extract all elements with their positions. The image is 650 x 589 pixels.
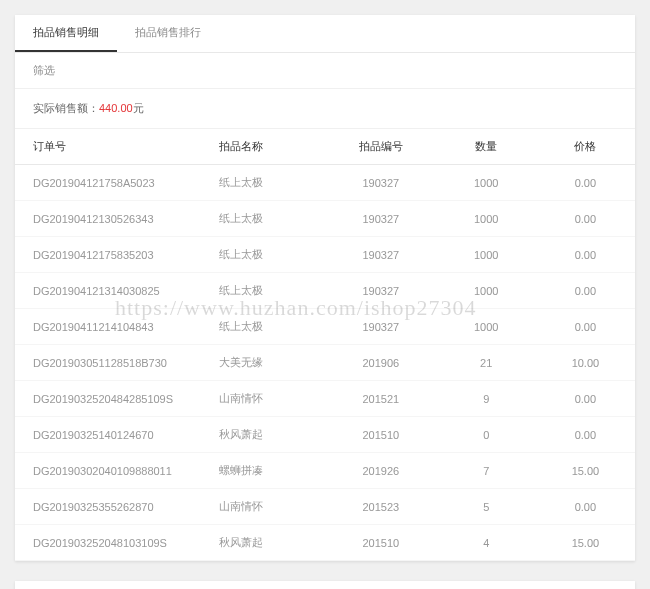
table-cell: DG201904121314030825 (15, 273, 201, 309)
table-cell: 0.00 (536, 309, 635, 345)
table-cell: 201906 (325, 345, 437, 381)
table-cell: 1000 (437, 309, 536, 345)
table-cell: 1000 (437, 237, 536, 273)
table-cell: 山南情怀 (201, 489, 325, 525)
table-cell: 秋风萧起 (201, 525, 325, 561)
table-cell: 1000 (437, 273, 536, 309)
table-cell: 1000 (437, 165, 536, 201)
table-cell: 4 (437, 525, 536, 561)
table-cell: 190327 (325, 309, 437, 345)
table-cell: 纸上太极 (201, 201, 325, 237)
table-cell: 21 (437, 345, 536, 381)
table-cell: 15.00 (536, 453, 635, 489)
table-cell: 螺蛳拼凑 (201, 453, 325, 489)
table-cell: 190327 (325, 273, 437, 309)
table-cell: 纸上太极 (201, 309, 325, 345)
table-cell: 190327 (325, 165, 437, 201)
table-cell: DG20190325355262870 (15, 489, 201, 525)
table-header-row: 订单号 拍品名称 拍品编号 数量 价格 (15, 129, 635, 165)
tab-done[interactable]: 已完成(0) (335, 581, 405, 589)
table-cell: 201510 (325, 525, 437, 561)
sales-table: 订单号 拍品名称 拍品编号 数量 价格 DG201904121758A5023纸… (15, 129, 635, 561)
table-cell: DG201903051128518B730 (15, 345, 201, 381)
col-product-code: 拍品编号 (325, 129, 437, 165)
tab-all-orders[interactable]: 全部订单(34) (30, 581, 118, 589)
table-row: DG2019032520484285109S山南情怀20152190.00 (15, 381, 635, 417)
table-cell: 0.00 (536, 417, 635, 453)
table-row: DG20190302040109888011螺蛳拼凑201926715.00 (15, 453, 635, 489)
table-row: DG201903051128518B730大美无缘2019062110.00 (15, 345, 635, 381)
total-row: 实际销售额：440.00元 (15, 89, 635, 129)
total-label: 实际销售额： (33, 102, 99, 114)
table-cell: 0.00 (536, 273, 635, 309)
table-cell: 1000 (437, 201, 536, 237)
table-cell: 15.00 (536, 525, 635, 561)
table-cell: 201510 (325, 417, 437, 453)
orders-panel: 全部订单(34) 待付款(0) 待发货(34) 待收货(0) 已完成(0) 筛选… (15, 581, 635, 589)
tab-sales-rank[interactable]: 拍品销售排行 (117, 15, 219, 52)
col-product-name: 拍品名称 (201, 129, 325, 165)
col-qty: 数量 (437, 129, 536, 165)
table-cell: 201523 (325, 489, 437, 525)
filter-label: 筛选 (15, 53, 635, 89)
table-cell: 201521 (325, 381, 437, 417)
table-cell: 纸上太极 (201, 165, 325, 201)
tab-unshipped[interactable]: 待发货(34) (188, 581, 265, 589)
table-cell: 0.00 (536, 237, 635, 273)
tab-shipped[interactable]: 待收货(0) (265, 581, 335, 589)
table-cell: 201926 (325, 453, 437, 489)
table-cell: 山南情怀 (201, 381, 325, 417)
table-cell: 纸上太极 (201, 237, 325, 273)
table-cell: 9 (437, 381, 536, 417)
table-row: DG20190411214104843纸上太极19032710000.00 (15, 309, 635, 345)
table-row: DG20190325140124670秋风萧起20151000.00 (15, 417, 635, 453)
table-cell: 0.00 (536, 489, 635, 525)
sales-panel: 拍品销售明细 拍品销售排行 筛选 实际销售额：440.00元 订单号 拍品名称 … (15, 15, 635, 561)
table-cell: 0.00 (536, 201, 635, 237)
table-cell: DG20190325140124670 (15, 417, 201, 453)
tab-sales-detail[interactable]: 拍品销售明细 (15, 15, 117, 52)
table-row: DG201904121314030825纸上太极19032710000.00 (15, 273, 635, 309)
table-cell: DG201904121758A5023 (15, 165, 201, 201)
table-cell: DG20190411214104843 (15, 309, 201, 345)
table-cell: 7 (437, 453, 536, 489)
table-row: DG201904121758A5023纸上太极19032710000.00 (15, 165, 635, 201)
table-cell: 0.00 (536, 381, 635, 417)
table-cell: 190327 (325, 237, 437, 273)
table-cell: DG20190412175835203 (15, 237, 201, 273)
table-cell: DG201903252048103109S (15, 525, 201, 561)
table-cell: 10.00 (536, 345, 635, 381)
order-tabs: 全部订单(34) 待付款(0) 待发货(34) 待收货(0) 已完成(0) (15, 581, 635, 589)
table-row: DG201903252048103109S秋风萧起201510415.00 (15, 525, 635, 561)
table-cell: 0 (437, 417, 536, 453)
table-cell: 纸上太极 (201, 273, 325, 309)
table-cell: 秋风萧起 (201, 417, 325, 453)
table-cell: 0.00 (536, 165, 635, 201)
table-row: DG20190412130526343纸上太极19032710000.00 (15, 201, 635, 237)
table-cell: DG2019032520484285109S (15, 381, 201, 417)
table-row: DG20190325355262870山南情怀20152350.00 (15, 489, 635, 525)
total-amount: 440.00 (99, 102, 133, 114)
table-cell: 大美无缘 (201, 345, 325, 381)
table-cell: DG20190412130526343 (15, 201, 201, 237)
table-row: DG20190412175835203纸上太极19032710000.00 (15, 237, 635, 273)
table-cell: DG20190302040109888011 (15, 453, 201, 489)
table-cell: 190327 (325, 201, 437, 237)
col-price: 价格 (536, 129, 635, 165)
sales-tabs: 拍品销售明细 拍品销售排行 (15, 15, 635, 53)
table-cell: 5 (437, 489, 536, 525)
total-unit: 元 (133, 102, 144, 114)
col-order-no: 订单号 (15, 129, 201, 165)
tab-unpaid[interactable]: 待付款(0) (118, 581, 188, 589)
